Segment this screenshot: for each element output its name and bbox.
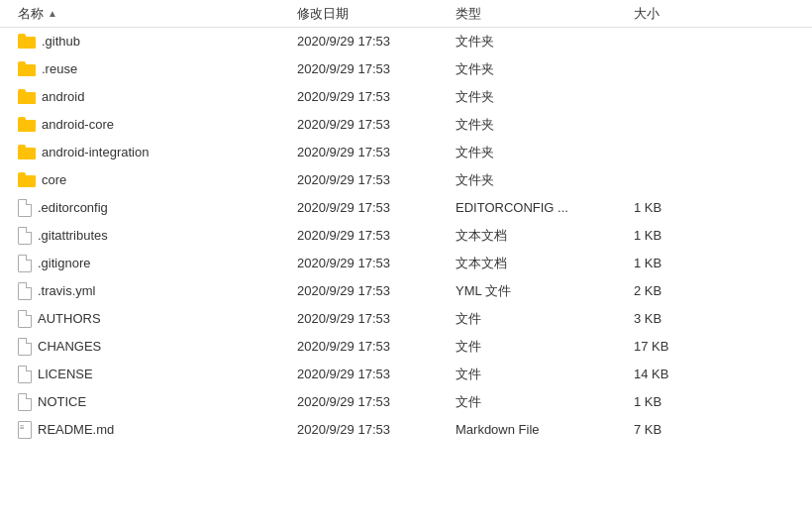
file-type-label: 文件夹 [456, 34, 494, 49]
file-date-label: 2020/9/29 17:53 [297, 200, 390, 215]
file-icon [18, 310, 32, 328]
table-row[interactable]: .gitattributes 2020/9/29 17:53 文本文档 1 KB [0, 222, 812, 250]
file-type-cell: 文件夹 [456, 144, 634, 161]
file-size-cell: 1 KB [634, 256, 733, 270]
file-name-label: android [42, 89, 84, 104]
file-size-label: 1 KB [634, 228, 661, 243]
file-type-cell: 文件夹 [456, 116, 634, 134]
table-row[interactable]: .github 2020/9/29 17:53 文件夹 [0, 28, 812, 55]
header-date[interactable]: 修改日期 [297, 5, 456, 23]
header-date-label: 修改日期 [297, 6, 349, 21]
file-size-cell: 1 KB [634, 394, 733, 409]
file-type-label: Markdown File [456, 422, 540, 437]
file-icon [18, 282, 32, 300]
markdown-icon [18, 421, 32, 439]
file-date-cell: 2020/9/29 17:53 [297, 422, 456, 437]
file-name-cell: CHANGES [0, 338, 297, 356]
header-type[interactable]: 类型 [456, 5, 634, 23]
file-type-cell: 文件 [456, 310, 634, 328]
file-icon [18, 199, 32, 217]
file-date-cell: 2020/9/29 17:53 [297, 283, 456, 298]
table-row[interactable]: android-core 2020/9/29 17:53 文件夹 [0, 111, 812, 139]
file-type-cell: 文件 [456, 338, 634, 356]
file-type-cell: 文本文档 [456, 227, 634, 245]
file-type-label: EDITORCONFIG ... [456, 200, 568, 215]
file-date-label: 2020/9/29 17:53 [297, 256, 390, 270]
file-date-cell: 2020/9/29 17:53 [297, 256, 456, 270]
file-name-cell: README.md [0, 421, 297, 439]
file-type-cell: 文件夹 [456, 171, 634, 189]
table-row[interactable]: README.md 2020/9/29 17:53 Markdown File … [0, 416, 812, 444]
table-row[interactable]: core 2020/9/29 17:53 文件夹 [0, 166, 812, 194]
file-name-label: CHANGES [38, 339, 101, 354]
file-date-cell: 2020/9/29 17:53 [297, 367, 456, 381]
table-header: 名称 ▲ 修改日期 类型 大小 [0, 0, 812, 28]
file-type-cell: 文件夹 [456, 88, 634, 106]
table-row[interactable]: CHANGES 2020/9/29 17:53 文件 17 KB [0, 333, 812, 361]
file-size-cell: 7 KB [634, 422, 733, 437]
header-name[interactable]: 名称 ▲ [0, 5, 297, 23]
file-type-cell: 文件 [456, 393, 634, 411]
file-name-cell: .reuse [0, 61, 297, 76]
folder-icon [18, 34, 36, 49]
file-date-label: 2020/9/29 17:53 [297, 283, 390, 298]
file-name-label: .travis.yml [38, 283, 96, 298]
file-date-cell: 2020/9/29 17:53 [297, 339, 456, 354]
file-size-label: 2 KB [634, 283, 661, 298]
file-name-cell: NOTICE [0, 393, 297, 411]
file-type-label: 文件夹 [456, 89, 494, 104]
file-name-label: core [42, 172, 66, 187]
file-date-label: 2020/9/29 17:53 [297, 311, 390, 326]
header-size[interactable]: 大小 [634, 5, 733, 23]
table-row[interactable]: AUTHORS 2020/9/29 17:53 文件 3 KB [0, 305, 812, 333]
file-name-label: .gitignore [38, 256, 90, 270]
file-name-label: .editorconfig [38, 200, 108, 215]
file-date-label: 2020/9/29 17:53 [297, 228, 390, 243]
table-row[interactable]: .gitignore 2020/9/29 17:53 文本文档 1 KB [0, 250, 812, 277]
file-date-cell: 2020/9/29 17:53 [297, 228, 456, 243]
table-row[interactable]: LICENSE 2020/9/29 17:53 文件 14 KB [0, 361, 812, 388]
file-date-label: 2020/9/29 17:53 [297, 117, 390, 132]
file-size-cell: 1 KB [634, 228, 733, 243]
folder-icon [18, 117, 36, 132]
file-date-label: 2020/9/29 17:53 [297, 89, 390, 104]
file-name-label: android-integration [42, 145, 149, 159]
file-name-cell: android-core [0, 117, 297, 132]
file-name-cell: android [0, 89, 297, 104]
file-name-cell: .github [0, 34, 297, 49]
file-type-label: 文件 [456, 339, 481, 354]
table-row[interactable]: NOTICE 2020/9/29 17:53 文件 1 KB [0, 388, 812, 416]
file-size-label: 3 KB [634, 311, 661, 326]
file-date-cell: 2020/9/29 17:53 [297, 311, 456, 326]
file-date-cell: 2020/9/29 17:53 [297, 394, 456, 409]
file-name-cell: core [0, 172, 297, 187]
header-name-label: 名称 [18, 5, 44, 23]
file-name-cell: .travis.yml [0, 282, 297, 300]
file-type-cell: 文件夹 [456, 33, 634, 51]
table-row[interactable]: android 2020/9/29 17:53 文件夹 [0, 83, 812, 111]
table-row[interactable]: .reuse 2020/9/29 17:53 文件夹 [0, 55, 812, 83]
file-size-label: 7 KB [634, 422, 661, 437]
file-name-cell: .gitignore [0, 255, 297, 272]
folder-icon [18, 61, 36, 76]
file-size-label: 1 KB [634, 200, 661, 215]
file-type-label: 文件 [456, 367, 481, 381]
table-row[interactable]: .editorconfig 2020/9/29 17:53 EDITORCONF… [0, 194, 812, 222]
file-icon [18, 255, 32, 272]
file-name-cell: LICENSE [0, 366, 297, 383]
file-date-label: 2020/9/29 17:53 [297, 61, 390, 76]
file-size-cell: 3 KB [634, 311, 733, 326]
file-name-label: README.md [38, 422, 114, 437]
file-date-cell: 2020/9/29 17:53 [297, 89, 456, 104]
file-date-label: 2020/9/29 17:53 [297, 394, 390, 409]
table-row[interactable]: android-integration 2020/9/29 17:53 文件夹 [0, 139, 812, 166]
file-date-label: 2020/9/29 17:53 [297, 422, 390, 437]
file-type-cell: 文件 [456, 366, 634, 383]
file-type-label: 文件 [456, 311, 481, 326]
table-row[interactable]: .travis.yml 2020/9/29 17:53 YML 文件 2 KB [0, 277, 812, 305]
file-name-cell: AUTHORS [0, 310, 297, 328]
file-name-label: android-core [42, 117, 114, 132]
file-size-cell: 17 KB [634, 339, 733, 354]
folder-icon [18, 172, 36, 187]
file-name-label: .reuse [42, 61, 77, 76]
